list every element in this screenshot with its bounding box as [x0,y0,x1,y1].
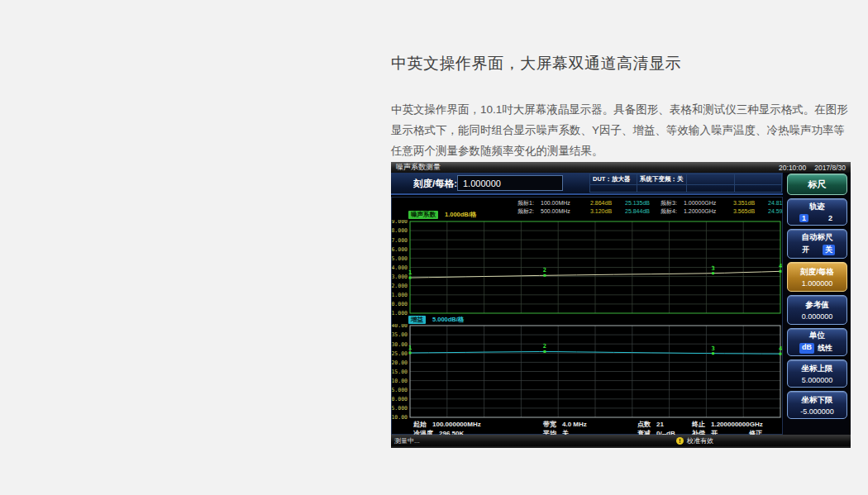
empty-cell [687,174,735,185]
svg-text:3: 3 [711,265,714,272]
svg-text:2: 2 [543,343,546,350]
softkey-autoscale[interactable]: 自动标尺 开 关 [787,229,847,259]
empty-cell [637,185,687,193]
noise-figure-chart: 9.0008.0007.0006.0005.0004.0003.0002.000… [392,220,782,315]
svg-text:5.000: 5.000 [392,255,408,262]
sweep-params-row: 起始100.000000MHz 带宽4.0 MHz 点数21 终止1.20000… [392,420,782,428]
svg-text:4.000: 4.000 [392,264,408,271]
calibration-status: ! 校准有效 [676,436,713,445]
svg-text:1.000: 1.000 [392,292,408,298]
svg-text:2: 2 [543,267,546,274]
svg-text:10.00: 10.00 [392,378,408,384]
calibration-status-text: 校准有效 [687,436,713,445]
noise-figure-chip: 噪声系数 [408,211,438,219]
empty-cell [735,174,782,185]
autoscale-on-option[interactable]: 开 [799,245,812,255]
gain-chart: 40.0035.0030.0025.0020.0015.0010.005.000… [392,324,782,419]
softkey-axis-lower-limit[interactable]: 坐标下限 -5.000000 [787,391,847,419]
intro-paragraph: 中英文操作界面，10.1吋大屏幕液晶显示器。具备图形、表格和测试仪三种显示格式。… [391,99,851,161]
trace-2-option[interactable]: 2 [826,214,835,222]
svg-text:4: 4 [779,263,782,269]
scale-per-div-input[interactable] [457,175,563,191]
noise-figure-analyzer-screenshot: 噪声系数测量 20:10:00 2017/8/30 刻度/每格: DUT：放大器… [391,162,851,448]
svg-text:-5.000: -5.000 [392,405,408,412]
svg-text:4: 4 [779,345,782,352]
trace-1-option[interactable]: 1 [799,214,808,222]
instrument-titlebar: 噪声系数测量 20:10:00 2017/8/30 [391,162,851,173]
bandwidth: 带宽4.0 MHz [543,420,587,429]
svg-text:1: 1 [408,269,412,276]
date: 2017/8/30 [814,164,846,172]
svg-text:3: 3 [711,345,714,352]
svg-text:7.000: 7.000 [392,237,408,244]
graph-display: 频标1: 100.00MHz 2.864dB 25.135dB 频标3: 1.0… [391,197,783,435]
svg-text:5.000: 5.000 [392,387,408,393]
gain-trace-label: 增益 5.000dB/格 [408,315,464,324]
svg-text:40.00: 40.00 [392,324,408,329]
softkey-menu-ruler[interactable]: 标尺 [787,174,847,195]
noise-figure-per-div: 1.000dB/格 [445,211,476,219]
svg-text:2.000: 2.000 [392,283,408,289]
status-message: 测量中... [394,436,420,445]
svg-text:30.00: 30.00 [392,341,408,348]
entry-bar: 刻度/每格: DUT：放大器 系统下变频：关 [391,173,783,195]
sys-downconv-cell: 系统下变频：关 [637,174,687,185]
svg-text:35.00: 35.00 [392,331,408,338]
scale-per-div-label: 刻度/每格: [413,178,457,190]
instrument-title: 噪声系数测量 [396,162,441,173]
svg-text:9.000: 9.000 [392,220,408,225]
points: 点数21 [637,420,664,429]
noise-figure-trace-label: 噪声系数 1.000dB/格 [408,210,476,219]
svg-text:-1.000: -1.000 [392,310,408,315]
dut-cell: DUT：放大器 [590,174,637,185]
autoscale-off-option[interactable]: 关 [823,245,835,255]
svg-text:20.00: 20.00 [392,359,408,366]
page-title: 中英文操作界面，大屏幕双通道高清显示 [391,53,851,74]
softkey-axis-upper-limit[interactable]: 坐标上限 5.000000 [787,359,847,388]
svg-text:8.000: 8.000 [392,227,408,234]
softkey-unit[interactable]: 单位 dB 线性 [787,328,847,356]
unit-db-option[interactable]: dB [799,343,814,354]
svg-text:0.000: 0.000 [392,301,408,307]
marker-readout: 频标1: 100.00MHz 2.864dB 25.135dB 频标3: 1.0… [517,199,780,216]
gain-chip: 增益 [408,316,426,324]
display-region: 刻度/每格: DUT：放大器 系统下变频：关 [391,173,783,435]
measurement-config-table: DUT：放大器 系统下变频：关 [589,174,782,193]
svg-text:6.000: 6.000 [392,246,408,253]
svg-text:0.000: 0.000 [392,396,408,402]
unit-linear-option[interactable]: 线性 [815,343,835,354]
marker-1-readout: 频标1: 100.00MHz 2.864dB 25.135dB [517,199,661,207]
clock: 20:10:00 [779,164,806,172]
warning-icon: ! [676,437,684,445]
start-freq: 起始100.000000MHz [413,420,481,429]
status-bar: 测量中... ! 校准有效 [391,435,851,446]
empty-cell [687,185,735,193]
svg-text:25.00: 25.00 [392,350,408,357]
svg-text:3.000: 3.000 [392,274,408,280]
gain-per-div: 5.000dB/格 [432,316,464,324]
stop-freq: 终止1.200000000GHz [692,420,763,429]
svg-text:15.00: 15.00 [392,369,408,375]
marker-2-readout: 频标2: 500.00MHz 3.120dB 25.844dB [517,207,661,216]
empty-cell [590,185,637,193]
softkey-trace[interactable]: 轨迹 1 2 [787,198,847,226]
empty-cell [735,185,782,193]
softkey-column: 标尺 轨迹 1 2 自动标尺 开 关 刻度/每格 1.000000 [783,173,851,435]
softkey-scale-per-div[interactable]: 刻度/每格 1.000000 [787,262,847,292]
softkey-reference-value[interactable]: 参考值 0.000000 [787,295,847,325]
svg-text:1: 1 [408,345,412,351]
svg-text:-10.00: -10.00 [392,414,408,419]
